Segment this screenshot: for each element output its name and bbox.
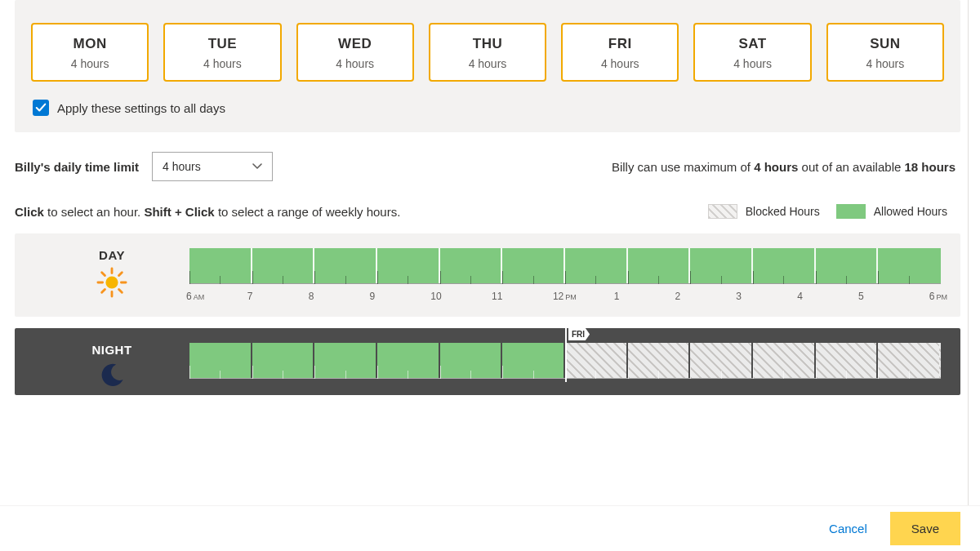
legend-blocked-label: Blocked Hours <box>746 205 820 218</box>
instr-strong: Shift + Click <box>144 205 214 219</box>
limit-row: Billy's daily time limit 4 hours Billy c… <box>15 152 956 181</box>
day-track: DAY 6AM789101112PM123456PM <box>15 233 960 317</box>
hour-cell[interactable] <box>690 248 753 283</box>
daily-limit-select[interactable]: 4 hours <box>152 152 273 181</box>
hour-cell[interactable] <box>377 248 440 283</box>
footer: Cancel Save <box>0 505 980 551</box>
apply-all-row: Apply these settings to all days <box>31 100 944 116</box>
day-hours: 4 hours <box>828 57 942 70</box>
summary-text: Billy can use maximum of <box>612 160 754 174</box>
night-bar-wrap: FRI <box>189 343 941 379</box>
allowed-swatch-icon <box>836 204 866 219</box>
hour-cell[interactable] <box>189 248 252 283</box>
day-bar-wrap: 6AM789101112PM123456PM <box>189 248 941 302</box>
svg-line-5 <box>102 273 105 276</box>
svg-point-0 <box>105 276 118 288</box>
hour-cell[interactable] <box>628 343 691 378</box>
apply-all-checkbox[interactable] <box>33 100 49 116</box>
legend: Blocked Hours Allowed Hours <box>708 204 956 219</box>
hour-label: 3 <box>736 291 797 302</box>
days-row: MON 4 hours TUE 4 hours WED 4 hours THU … <box>31 23 944 82</box>
hour-label: 4 <box>797 291 858 302</box>
day-abbr: SAT <box>695 36 809 52</box>
svg-line-6 <box>119 290 122 293</box>
instructions-row: Click to select an hour. Shift + Click t… <box>15 204 956 219</box>
hour-cell[interactable] <box>816 248 879 283</box>
hour-cell[interactable] <box>314 343 377 378</box>
hour-label: 6PM <box>929 291 947 302</box>
night-track-title: NIGHT <box>34 343 189 357</box>
day-hour-labels: 6AM789101112PM123456PM <box>189 291 941 302</box>
hour-cell[interactable] <box>252 343 315 378</box>
hour-label: 5 <box>858 291 920 302</box>
day-hours: 4 hours <box>33 57 147 70</box>
night-track-label-col: NIGHT <box>34 343 189 392</box>
day-card-fri[interactable]: FRI 4 hours <box>561 23 679 82</box>
hour-cell[interactable] <box>252 248 315 283</box>
hour-label: 10 <box>430 291 492 302</box>
summary-available: 18 hours <box>904 160 956 174</box>
summary-text: out of an available <box>798 160 904 174</box>
day-abbr: WED <box>298 36 412 52</box>
daily-limit-label: Billy's daily time limit <box>15 160 139 174</box>
svg-line-8 <box>119 273 122 276</box>
day-track-title: DAY <box>34 248 189 262</box>
day-abbr: THU <box>430 36 545 52</box>
instr-strong: Click <box>15 205 44 219</box>
check-icon <box>35 102 47 113</box>
hour-label: 9 <box>369 291 430 302</box>
hour-cell[interactable] <box>565 343 628 378</box>
hour-cell[interactable] <box>314 248 377 283</box>
cancel-button[interactable]: Cancel <box>824 515 872 542</box>
day-hours: 4 hours <box>563 57 677 70</box>
hour-label: 2 <box>675 291 737 302</box>
days-panel: MON 4 hours TUE 4 hours WED 4 hours THU … <box>15 0 960 132</box>
hour-cell[interactable] <box>816 343 879 378</box>
hour-cell[interactable] <box>878 248 941 283</box>
hour-cell[interactable] <box>753 248 816 283</box>
limit-summary: Billy can use maximum of 4 hours out of … <box>612 160 956 174</box>
day-hours: 4 hours <box>165 57 279 70</box>
hour-cell[interactable] <box>628 248 691 283</box>
day-card-tue[interactable]: TUE 4 hours <box>163 23 281 82</box>
day-card-sun[interactable]: SUN 4 hours <box>826 23 944 82</box>
sun-icon <box>96 267 127 300</box>
hour-cell[interactable] <box>565 248 628 283</box>
day-abbr: MON <box>33 36 147 52</box>
hour-label: 1 <box>614 291 675 302</box>
day-card-wed[interactable]: WED 4 hours <box>296 23 414 82</box>
hour-cell[interactable] <box>189 343 252 378</box>
scroll-gutter <box>968 0 969 505</box>
day-hour-bar <box>189 248 941 284</box>
save-button[interactable]: Save <box>890 512 960 545</box>
day-track-label-col: DAY <box>34 248 189 300</box>
hour-label: 8 <box>309 291 370 302</box>
hour-label: 7 <box>247 291 309 302</box>
instructions-text: Click to select an hour. Shift + Click t… <box>15 205 400 219</box>
day-card-sat[interactable]: SAT 4 hours <box>693 23 811 82</box>
hour-cell[interactable] <box>440 248 503 283</box>
hour-label: 12PM <box>553 291 614 302</box>
hour-cell[interactable] <box>440 343 503 378</box>
night-track: NIGHT FRI <box>15 328 960 395</box>
time-marker-label: FRI <box>568 328 590 340</box>
hour-cell[interactable] <box>878 343 941 378</box>
apply-all-label: Apply these settings to all days <box>57 101 225 115</box>
legend-allowed-label: Allowed Hours <box>874 205 947 218</box>
moon-icon <box>98 362 126 392</box>
day-abbr: TUE <box>165 36 279 52</box>
chevron-down-icon <box>252 162 262 171</box>
day-card-mon[interactable]: MON 4 hours <box>31 23 149 82</box>
hour-cell[interactable] <box>502 248 565 283</box>
instr-text: to select a range of weekly hours. <box>215 205 401 219</box>
day-hours: 4 hours <box>298 57 412 70</box>
summary-hours: 4 hours <box>754 160 798 174</box>
hour-cell[interactable] <box>502 343 565 378</box>
hour-cell[interactable] <box>377 343 440 378</box>
time-marker[interactable]: FRI <box>565 328 567 382</box>
hour-cell[interactable] <box>690 343 753 378</box>
blocked-swatch-icon <box>708 204 737 219</box>
day-card-thu[interactable]: THU 4 hours <box>429 23 546 82</box>
day-abbr: FRI <box>563 36 677 52</box>
hour-cell[interactable] <box>753 343 816 378</box>
